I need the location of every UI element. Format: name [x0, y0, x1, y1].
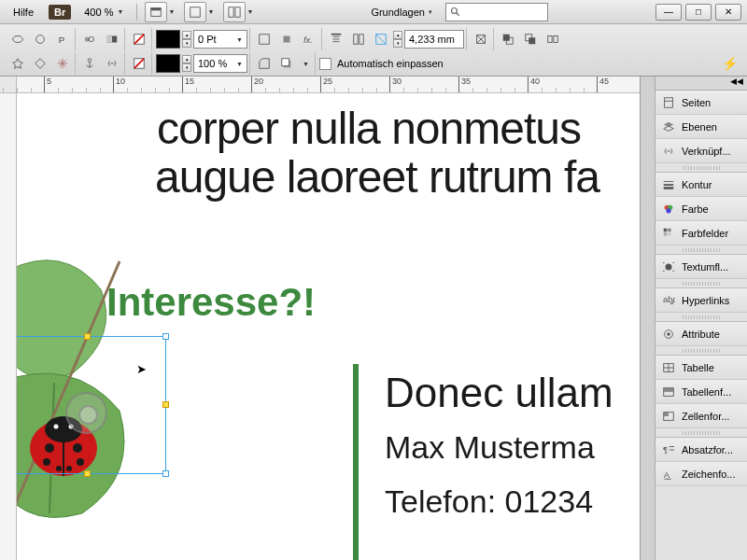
panel-pages[interactable]: Seiten	[655, 91, 747, 115]
gradient-icon[interactable]	[102, 29, 122, 49]
anchor-icon[interactable]	[79, 53, 100, 74]
autofit-checkbox[interactable]	[319, 58, 331, 70]
panel-label: Zeichenfo...	[682, 469, 735, 480]
svg-rect-13	[107, 36, 112, 43]
svg-rect-17	[284, 36, 290, 43]
textwrap-bounds-icon[interactable]	[276, 29, 297, 49]
panel-label: Hyperlinks	[682, 295, 729, 306]
frame-fit-icon[interactable]	[371, 29, 391, 49]
svg-rect-24	[359, 35, 363, 45]
arrange-front-icon[interactable]	[498, 29, 518, 49]
maximize-button[interactable]: □	[685, 4, 712, 21]
arrange-button[interactable]: ▼	[223, 2, 246, 22]
panel-hyperlinks[interactable]: abcHyperlinks	[655, 288, 747, 313]
attributes-icon	[661, 327, 676, 342]
svg-rect-62	[668, 228, 671, 231]
corner-options-icon[interactable]	[254, 53, 275, 74]
textwrap-icon	[661, 259, 676, 274]
panel-label: Farbfelder	[682, 228, 728, 239]
fx-button[interactable]: fx.	[299, 29, 319, 49]
minimize-button[interactable]: —	[655, 4, 682, 21]
stroke-weight-spinner[interactable]: ▴▾	[182, 31, 191, 48]
panel-stroke[interactable]: Kontur	[655, 173, 747, 197]
content-grabber[interactable]	[65, 392, 107, 434]
opacity-input[interactable]: 100 %▼	[193, 54, 247, 73]
svg-rect-78	[664, 387, 674, 391]
document-canvas[interactable]: corper nulla nonmetus augue laoreet rutr…	[17, 93, 640, 560]
view-options-button[interactable]: ▼	[145, 2, 167, 22]
search-input[interactable]	[445, 3, 548, 21]
circle-icon[interactable]	[30, 29, 50, 49]
panel-dock-tab[interactable]	[641, 77, 655, 560]
workspace-switcher[interactable]: Grundlagen▾	[365, 5, 438, 20]
panel-label: Attribute	[682, 329, 720, 340]
svg-rect-53	[665, 97, 673, 107]
group-icon[interactable]	[543, 29, 563, 49]
selection-handle-ne[interactable]	[162, 333, 169, 340]
panel-label: Farbe	[682, 203, 709, 215]
panel-cellfmt[interactable]: Zellenfor...	[655, 404, 747, 428]
measure-spinner[interactable]: ▴▾	[393, 31, 402, 48]
svg-rect-80	[664, 412, 669, 415]
selection-handle-se[interactable]	[162, 470, 169, 477]
panel-attributes[interactable]: Attribute	[655, 322, 747, 346]
panel-label: Textumfl...	[682, 261, 728, 273]
panel-layers[interactable]: Ebenen	[655, 115, 747, 139]
vertical-ruler[interactable]	[0, 93, 17, 560]
panel-links[interactable]: Verknüpf...	[655, 139, 747, 163]
measure-input[interactable]: 4,233 mm	[404, 30, 464, 49]
svg-rect-61	[664, 228, 668, 231]
bridge-button[interactable]: Br	[49, 5, 71, 20]
arrange-back-icon[interactable]	[520, 29, 541, 49]
type-on-path-icon[interactable]: P	[52, 29, 73, 49]
effects-icon[interactable]	[79, 29, 100, 49]
stroke-weight-input[interactable]: 0 Pt▼	[193, 30, 247, 49]
close-button[interactable]: ✕	[715, 4, 741, 21]
polygon-tool-icon[interactable]	[30, 53, 50, 74]
panel-parafmt[interactable]: ¶Absatzfor...	[655, 438, 747, 462]
svg-point-34	[88, 59, 92, 63]
svg-point-72	[667, 332, 670, 336]
selection-handle-s[interactable]	[84, 470, 91, 477]
selection-handle-e[interactable]	[162, 401, 169, 408]
panel-table[interactable]: Tabelle	[655, 356, 747, 380]
link-icon[interactable]	[102, 53, 122, 74]
stroke-color-swatch[interactable]	[156, 30, 180, 49]
star-tool-icon[interactable]	[7, 53, 28, 74]
panel-tablefmt[interactable]: Tabellenf...	[655, 380, 747, 404]
horizontal-ruler[interactable]: 51015202530354045	[17, 77, 640, 93]
panel-label: Kontur	[682, 179, 712, 190]
columns-icon[interactable]	[348, 29, 369, 49]
panel-color[interactable]: Farbe	[655, 197, 747, 221]
svg-text:A: A	[664, 469, 670, 479]
selection-handle-n[interactable]	[84, 333, 91, 340]
panel-label: Absatzfor...	[682, 444, 733, 455]
panel-charfmt[interactable]: AZeichenfo...	[655, 462, 747, 486]
flare-icon[interactable]	[52, 53, 73, 74]
help-menu[interactable]: Hilfe	[6, 5, 41, 20]
svg-rect-16	[260, 35, 270, 45]
ruler-tick: 5	[44, 77, 51, 92]
zoom-dropdown[interactable]: 400 %▼	[78, 5, 129, 20]
panel-label: Tabellenf...	[682, 386, 731, 398]
svg-text:P: P	[59, 35, 64, 45]
fill-color-swatch[interactable]	[156, 54, 180, 73]
textwrap-none-icon[interactable]	[254, 29, 275, 49]
quick-apply-icon[interactable]: ⚡	[718, 52, 741, 75]
more-dropdown[interactable]: ▼	[299, 57, 313, 71]
no-stroke-icon[interactable]	[129, 53, 149, 74]
screen-mode-button[interactable]: ▼	[184, 2, 206, 22]
drop-shadow-icon[interactable]	[276, 53, 297, 74]
panel-textwrap[interactable]: Textumfl...	[655, 255, 747, 279]
ellipse-icon[interactable]	[7, 29, 28, 49]
opacity-spinner[interactable]: ▴▾	[182, 55, 191, 72]
panel-expand-button[interactable]: ◀◀	[655, 77, 747, 91]
panel-label: Ebenen	[682, 121, 717, 133]
fit-content-icon[interactable]	[471, 29, 491, 49]
panel-swatches[interactable]: Farbfelder	[655, 221, 747, 245]
no-fill-icon[interactable]	[129, 29, 149, 49]
body-text-2: augue laoreet rutrum fa	[155, 151, 599, 203]
panel-label: Seiten	[682, 97, 711, 108]
svg-point-65	[666, 263, 672, 270]
align-top-icon[interactable]	[326, 29, 346, 49]
